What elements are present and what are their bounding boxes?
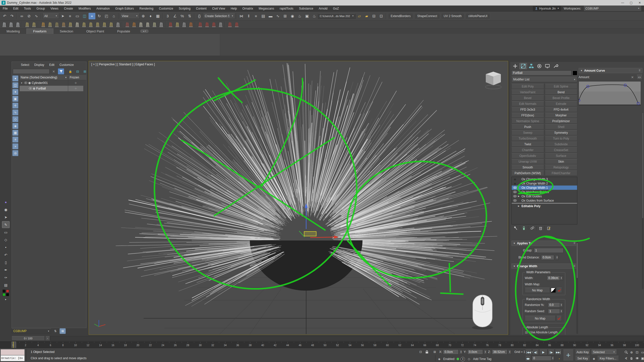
random-seed-spinner[interactable]: ▲▼ <box>560 309 563 314</box>
project-folder-icon[interactable]: ▱ <box>356 13 363 19</box>
modifier-button-symmetry[interactable]: Symmetry <box>545 130 578 135</box>
panel-tab-modify[interactable] <box>519 63 527 69</box>
go-to-end-button[interactable]: ▶▶| <box>555 349 561 355</box>
color-swatch[interactable] <box>6 293 9 296</box>
select-move-icon[interactable]: + <box>89 13 95 19</box>
menu-file[interactable]: File <box>0 6 10 12</box>
key-mode-dropdown[interactable]: Selected▼ <box>591 349 617 355</box>
ornatrix-tool-icon[interactable] <box>151 21 157 28</box>
notes-icon[interactable]: ▤ <box>2 282 10 288</box>
isolate-selection-icon[interactable]: ⊡ <box>418 349 423 354</box>
zoom-all-icon[interactable]: ⊕ <box>629 350 634 355</box>
maximize-viewport-icon[interactable]: ▣ <box>640 356 644 361</box>
color-swatch[interactable] <box>6 290 9 293</box>
display-filter-icon-8[interactable]: ▦ <box>12 130 18 136</box>
menu-help[interactable]: Help <box>228 6 240 12</box>
align-icon[interactable]: ‖ <box>245 13 252 19</box>
user-account-menu[interactable]: Hyunsuk Jin ▼ <box>533 6 561 11</box>
ornatrix-tool-icon[interactable] <box>174 21 180 28</box>
ornatrix-tool-icon[interactable] <box>15 21 21 28</box>
ribbon-tab-populate[interactable]: Populate <box>111 28 137 34</box>
rendered-frame-icon[interactable]: ▣ <box>304 13 310 19</box>
render-icon[interactable]: ♨ <box>311 13 318 19</box>
modifier-button-opensubdiv[interactable]: OpenSubdiv <box>511 153 544 158</box>
zoom-region-icon[interactable]: ▭ <box>640 350 644 355</box>
percent-snap-icon[interactable]: % <box>179 13 186 19</box>
modifier-button-turn-to-poly[interactable]: Turn to Poly <box>545 136 578 141</box>
random-seed-field[interactable]: 1 <box>548 309 560 314</box>
display-filter-icon-2[interactable]: ✦ <box>12 89 18 95</box>
display-filter-icon-1[interactable]: ◫ <box>12 82 18 88</box>
explorer-menu-edit[interactable]: Edit <box>47 63 57 67</box>
snap-3d-icon[interactable]: 3 <box>164 13 171 19</box>
randomize-map-enable-toggle[interactable] <box>556 316 562 321</box>
curve-editor-window-icon[interactable]: ▭ <box>636 75 642 80</box>
macro-recorder-box[interactable] <box>1 349 25 355</box>
modifier-button-push[interactable]: Push <box>511 124 544 129</box>
width-spinner[interactable]: ▲▼ <box>560 276 563 281</box>
blend-distance-spinner[interactable]: ▲▼ <box>556 255 559 260</box>
modifier-button-edit-spline[interactable]: Edit Spline <box>545 84 578 89</box>
visibility-eye-icon[interactable] <box>24 81 27 85</box>
modifier-eye-icon[interactable] <box>513 186 517 190</box>
stack-item[interactable]: Ox Hair from Guides <box>512 190 577 194</box>
ribbon-tab-freeform[interactable]: Freeform <box>26 28 53 34</box>
modifier-button-bend[interactable]: Bend <box>545 89 578 95</box>
menu-civil-view[interactable]: Civil View <box>209 6 228 12</box>
hexagon-icon[interactable]: ◇ <box>467 356 471 362</box>
randomize-percent-field[interactable]: 0.0 <box>548 302 560 307</box>
undo-stroke-icon[interactable]: ↶ <box>2 251 10 258</box>
menu-graph-editors[interactable]: Graph Editors <box>112 6 137 12</box>
track-bar[interactable]: 0246810121416182022242628303234363840424… <box>0 341 644 348</box>
frozen-cell[interactable]: ✛ <box>68 81 83 85</box>
select-by-name-icon[interactable]: ≡ <box>67 13 73 19</box>
frozen-cell[interactable]: ✛ <box>68 86 83 91</box>
ornatrix-tool-icon[interactable] <box>144 21 151 28</box>
redo-icon[interactable]: ↷ <box>9 13 15 19</box>
time-slider-handle[interactable]: 0 / 100 <box>12 336 45 341</box>
select-cursor-icon[interactable]: ➤ <box>2 214 10 220</box>
explorer-search-input[interactable] <box>13 69 50 74</box>
display-filter-icon-5[interactable]: ∿ <box>12 109 18 115</box>
select-scale-icon[interactable]: ◰ <box>103 13 110 19</box>
field-of-view-icon[interactable]: ∢ <box>623 356 629 361</box>
undo-icon[interactable]: ↶ <box>1 13 8 19</box>
schematic-toggle-icon[interactable]: ⊞ <box>60 328 66 334</box>
search-filter-icon[interactable] <box>58 68 64 74</box>
amount-curve-graph[interactable] <box>579 81 641 105</box>
modifier-button-ffd-4x4x4[interactable]: FFD 4x4x4 <box>545 107 578 112</box>
bind-to-spacewarp-icon[interactable]: ∿ <box>33 13 40 19</box>
modifier-button-twist[interactable]: Twist <box>511 142 544 147</box>
ornatrix-tool-icon[interactable] <box>131 21 137 28</box>
modifier-button-extrude[interactable]: Extrude <box>545 101 578 106</box>
previous-frame-button[interactable]: ◀|| <box>532 349 539 355</box>
perspective-viewport[interactable]: [ + ] [ Perspective ] [ Standard ] [ Edg… <box>89 61 508 335</box>
window-crossing-icon[interactable]: ◫ <box>81 13 88 19</box>
curve-editor-icon[interactable]: ∿ <box>274 13 281 19</box>
time-tag-shield-icon[interactable]: ◈ <box>437 356 441 362</box>
add-time-tag[interactable]: Add Time Tag <box>473 357 491 361</box>
point-tool-icon[interactable]: • <box>2 244 10 251</box>
ornatrix-tool-icon[interactable] <box>233 21 240 28</box>
modifier-list-dropdown[interactable]: Modifier List▼ <box>511 77 577 82</box>
use-pivot-center-icon[interactable]: ⊕ <box>140 13 147 19</box>
render-setup-icon[interactable]: ♨ <box>296 13 303 19</box>
menu-modifiers[interactable]: Modifiers <box>76 6 94 12</box>
ribbon-tab-modeling[interactable]: Modeling <box>0 28 26 34</box>
modifier-button-vertexpaint[interactable]: VertexPaint <box>511 89 544 95</box>
explorer-row[interactable]: ▼Cylinder001✛ <box>20 80 86 86</box>
shapeconnect-button[interactable]: ShapeConnect <box>414 13 440 19</box>
ornatrix-tool-icon[interactable] <box>101 21 107 28</box>
menu-animation[interactable]: Animation <box>94 6 112 12</box>
ornatrix-tool-icon[interactable] <box>31 21 37 28</box>
object-name-field[interactable]: FurBall <box>511 70 572 75</box>
ornatrix-tool-icon[interactable] <box>227 21 233 28</box>
modifier-button-shell[interactable]: Shell <box>545 124 578 129</box>
maxscript-listener[interactable]: Ornatrix: [Ox E <box>1 355 25 361</box>
select-object-icon[interactable]: ➤ <box>59 13 66 19</box>
modifier-button-ffd-box-[interactable]: FFD(box) <box>511 113 544 118</box>
keyboard-override-icon[interactable]: ▦ <box>154 13 161 19</box>
visibility-eye-icon[interactable] <box>29 87 32 90</box>
selection-filter-dropdown[interactable]: All▼ <box>43 13 59 19</box>
stack-item[interactable]: ◆Ox Change Width 2 <box>512 181 577 186</box>
